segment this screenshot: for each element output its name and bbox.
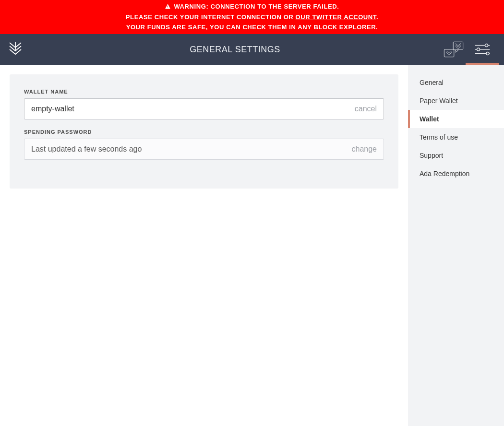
topbar: GENERAL SETTINGS [0,34,504,65]
spending-password-status: Last updated a few seconds ago [31,145,142,154]
settings-nav-icon[interactable] [468,34,497,65]
twitter-link[interactable]: OUR TWITTER ACCOUNT [296,13,376,21]
wallet-name-cancel-button[interactable]: cancel [355,105,377,113]
wallet-name-group: WALLET NAME cancel [24,89,384,119]
content-column: WALLET NAME cancel SPENDING PASSWORD Las… [0,65,408,426]
warning-icon [165,3,171,10]
sidebar-item-general[interactable]: General [408,73,504,92]
spending-password-field-box[interactable]: Last updated a few seconds ago change [24,139,384,160]
sidebar-item-terms-of-use[interactable]: Terms of use [408,128,504,146]
warning-line1: WARNING: CONNECTION TO THE SERVER FAILED… [174,3,339,10]
wallet-name-input[interactable] [31,105,355,113]
active-nav-underline [466,63,499,65]
sidebar-item-ada-redemption[interactable]: Ada Redemption [408,165,504,183]
paper-wallet-nav-icon[interactable] [439,34,468,65]
spending-password-label: SPENDING PASSWORD [24,129,384,135]
svg-point-8 [477,48,480,51]
sidebar-item-support[interactable]: Support [408,146,504,165]
spending-password-change-button[interactable]: change [352,145,377,154]
settings-card: WALLET NAME cancel SPENDING PASSWORD Las… [10,74,398,189]
wallet-name-field-box[interactable]: cancel [24,98,384,119]
page-title: GENERAL SETTINGS [31,45,439,55]
connection-warning-banner: WARNING: CONNECTION TO THE SERVER FAILED… [0,0,504,34]
settings-sidebar: General Paper Wallet Wallet Terms of use… [408,65,504,426]
main-area: WALLET NAME cancel SPENDING PASSWORD Las… [0,65,504,426]
svg-point-6 [485,44,488,47]
sidebar-item-wallet[interactable]: Wallet [408,110,504,128]
svg-rect-1 [168,8,168,8]
wallet-name-label: WALLET NAME [24,89,384,95]
sidebar-item-paper-wallet[interactable]: Paper Wallet [408,92,504,110]
logo-icon[interactable] [9,41,22,58]
spending-password-group: SPENDING PASSWORD Last updated a few sec… [24,129,384,160]
svg-rect-0 [168,6,168,7]
svg-point-10 [486,52,489,55]
warning-line2-suffix: . [376,13,378,21]
warning-line3: YOUR FUNDS ARE SAFE, YOU CAN CHECK THEM … [126,24,378,31]
warning-line2-prefix: PLEASE CHECK YOUR INTERNET CONNECTION OR [126,13,296,21]
